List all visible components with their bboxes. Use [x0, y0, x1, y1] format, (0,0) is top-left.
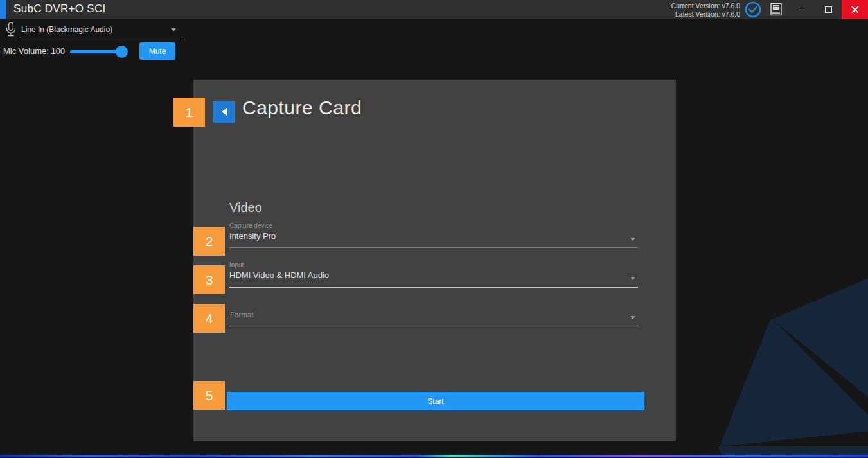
- back-arrow-icon: [222, 108, 227, 116]
- dropdown-arrow-icon: [630, 316, 635, 319]
- annotation-badge-4: 4: [193, 304, 225, 333]
- mic-volume-label: Mic Volume: 100: [3, 46, 65, 56]
- badge-number: 3: [206, 272, 213, 288]
- dropdown-arrow-icon: [630, 277, 635, 280]
- badge-number: 1: [186, 105, 193, 120]
- video-section-heading: Video: [229, 200, 262, 215]
- badge-number: 4: [206, 311, 213, 326]
- dropdown-underline: [229, 326, 638, 326]
- current-version-label: Current Version: v7.6.0: [650, 2, 740, 10]
- mute-button-label: Mute: [149, 47, 166, 56]
- close-icon: [851, 6, 859, 13]
- update-status-button[interactable]: [743, 0, 763, 19]
- dropdown-arrow-icon: [630, 238, 635, 241]
- mic-volume-slider[interactable]: [67, 44, 132, 59]
- audio-device-selected: Line In (Blackmagic Audio): [21, 25, 112, 34]
- annotation-badge-1: 1: [173, 98, 205, 127]
- badge-number: 2: [206, 234, 213, 249]
- bottom-glow-strip: [0, 455, 868, 457]
- log-button[interactable]: [767, 0, 785, 19]
- dropdown-underline: [229, 287, 638, 288]
- annotation-badge-5: 5: [193, 381, 225, 410]
- microphone-icon: [5, 22, 17, 37]
- input-value: HDMI Video & HDMI Audio: [229, 270, 329, 280]
- capture-device-label: Capture device: [229, 222, 272, 229]
- capture-card-panel: [193, 80, 676, 441]
- minimize-icon: [799, 10, 805, 10]
- input-label: Input: [229, 261, 244, 269]
- minimize-button[interactable]: [789, 0, 815, 19]
- aperture-logo-decoration: [707, 254, 868, 458]
- capture-device-dropdown[interactable]: Capture device Intensity Pro: [229, 222, 638, 248]
- annotation-badge-2: 2: [193, 227, 225, 256]
- maximize-button[interactable]: [815, 0, 842, 19]
- page-title: Capture Card: [242, 97, 362, 119]
- slider-thumb[interactable]: [116, 46, 128, 58]
- format-placeholder: Format: [230, 311, 253, 319]
- app-window: SubC DVR+O SCI Current Version: v7.6.0 L…: [0, 0, 868, 458]
- capture-device-value: Intensity Pro: [229, 231, 276, 241]
- log-book-icon: [770, 3, 783, 17]
- start-button-label: Start: [427, 397, 443, 406]
- input-dropdown[interactable]: Input HDMI Video & HDMI Audio: [229, 261, 638, 288]
- back-button[interactable]: [213, 101, 235, 123]
- dropdown-arrow-icon: [171, 28, 176, 31]
- maximize-icon: [825, 6, 832, 13]
- mute-button[interactable]: Mute: [139, 42, 175, 60]
- latest-version-label: Latest Version: v7.6.0: [650, 10, 740, 19]
- app-title: SubC DVR+O SCI: [13, 3, 106, 15]
- check-circle-icon: [745, 1, 761, 18]
- badge-number: 5: [206, 388, 213, 403]
- start-button[interactable]: Start: [227, 392, 644, 410]
- format-dropdown[interactable]: Format: [229, 301, 638, 326]
- dropdown-underline: [19, 37, 184, 37]
- titlebar: SubC DVR+O SCI Current Version: v7.6.0 L…: [0, 0, 868, 19]
- titlebar-accent: [0, 0, 6, 19]
- close-button[interactable]: [842, 0, 868, 19]
- annotation-badge-3: 3: [193, 265, 225, 294]
- dropdown-underline: [229, 247, 638, 248]
- version-info: Current Version: v7.6.0 Latest Version: …: [650, 2, 740, 18]
- audio-device-dropdown[interactable]: Line In (Blackmagic Audio): [19, 22, 184, 37]
